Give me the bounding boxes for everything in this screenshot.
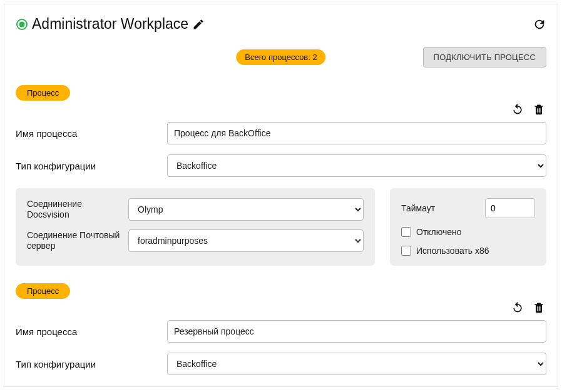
use-x86-checkbox-row[interactable]: Использовать x86 <box>401 246 535 256</box>
edit-icon[interactable] <box>192 18 205 31</box>
status-dot-icon <box>16 18 28 31</box>
disabled-label: Отключено <box>416 227 462 237</box>
process-name-label: Имя процесса <box>16 128 167 139</box>
config-type-select[interactable]: Backoffice <box>167 353 546 375</box>
settings-panel: Таймаут Отключено Использовать x86 <box>390 188 546 266</box>
config-type-label: Тип конфигурации <box>16 161 167 171</box>
connect-process-button[interactable]: ПОДКЛЮЧИТЬ ПРОЦЕСС <box>423 47 546 68</box>
process-name-label: Имя процесса <box>16 326 167 337</box>
process-name-input[interactable] <box>167 122 546 144</box>
process-badge: Процесс <box>16 283 70 299</box>
connections-panel: Соеднинение Docsvision Olymp Соединение … <box>16 188 375 266</box>
reload-icon[interactable] <box>533 18 546 31</box>
total-processes-badge: Всего процессов: 2 <box>236 49 325 65</box>
disabled-checkbox[interactable] <box>401 227 411 237</box>
process-block: Процесс Имя процесса Тип конфигурации Ba… <box>16 85 546 266</box>
reset-icon[interactable] <box>511 301 524 314</box>
config-type-label: Тип конфигурации <box>16 359 167 369</box>
docsvision-label: Соеднинение Docsvision <box>27 199 121 221</box>
trash-icon[interactable] <box>533 301 545 314</box>
process-badge: Процесс <box>16 85 70 101</box>
config-type-select[interactable]: Backoffice <box>167 154 546 177</box>
docsvision-select[interactable]: Olymp <box>128 198 364 221</box>
mail-select[interactable]: foradminpurposes <box>128 229 364 252</box>
trash-icon[interactable] <box>533 103 545 116</box>
process-block: Процесс Имя процесса Тип конфигурации Ba… <box>16 283 546 375</box>
timeout-input[interactable] <box>485 198 535 218</box>
mail-label: Соединение Почтовый сервер <box>27 230 121 252</box>
reset-icon[interactable] <box>511 103 524 116</box>
timeout-label: Таймаут <box>401 203 435 213</box>
disabled-checkbox-row[interactable]: Отключено <box>401 227 535 237</box>
process-name-input[interactable] <box>167 320 546 343</box>
use-x86-checkbox[interactable] <box>401 246 411 256</box>
use-x86-label: Использовать x86 <box>416 246 489 256</box>
svg-point-1 <box>19 21 25 27</box>
page-title: Administrator Workplace <box>32 16 188 33</box>
